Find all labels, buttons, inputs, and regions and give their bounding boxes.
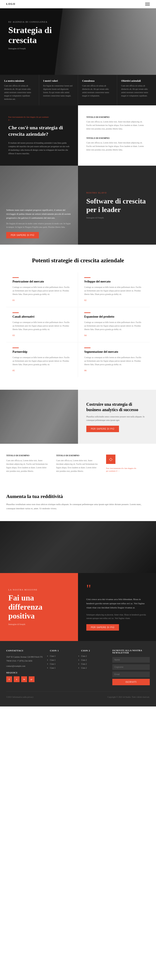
hero-columns: La nostra missione Cum sint officia sit … <box>0 75 156 105</box>
example-2-text: Cum sint officia ut, Lorem dolor nisi. A… <box>86 141 148 151</box>
what-left: Fare riservatamente di e fare doppio cli… <box>0 105 78 165</box>
footer-newsletter-col: ISCRIVITI ALLA NOSTRA NEWSLETTER ISCRIVI… <box>112 649 150 685</box>
hero-col-3-title: Obiettivi aziendali <box>121 80 152 83</box>
strategy-accent-0 <box>13 277 19 278</box>
analytics-content: Costruire una strategia di business anal… <box>78 390 156 444</box>
analytics-section: Costruire una strategia di business anal… <box>0 390 156 444</box>
footer-copyright: Copyright © 2021 di Studio. Tutti i diri… <box>107 696 150 698</box>
example-1-text: Cum sint officia ut, Lorem dolor nisi. A… <box>86 120 148 130</box>
strategy-link-3[interactable]: 04 <box>84 334 86 337</box>
mission-title: Fai una differenza positiva <box>8 593 70 620</box>
footer-contact-title: Contattaci <box>6 649 44 652</box>
hero-tag: SU AGENZIA DI CONSULENZA <box>8 21 148 23</box>
footer-firstname-input[interactable] <box>112 657 150 663</box>
example-card-2-tag: Fare riservatamente di e fare doppio cli… <box>106 467 137 473</box>
strategy-accent-1 <box>84 277 91 278</box>
social-twitter-icon[interactable]: t <box>14 676 19 682</box>
mission-subtitle: Immagine di freepik <box>8 623 70 625</box>
strategy-link-0[interactable]: 01 <box>13 299 15 301</box>
footer-email: contact@example.com <box>6 665 44 667</box>
hero-col-3-text: Cum sint officia sit soluta ab distincti… <box>121 84 152 97</box>
strategy-accent-4 <box>13 347 19 348</box>
strategy-link-1[interactable]: 02 <box>84 299 86 301</box>
footer-links2-title: Cion 2 <box>81 649 106 652</box>
mission-author: Solutiquet adipiscing ut placerat. Amet … <box>86 613 148 620</box>
footer-privacy[interactable]: ©2021 Informativa sulla privacy <box>6 696 33 698</box>
footer-link2-2[interactable]: Cion 2 <box>81 663 106 665</box>
footer-link2-0[interactable]: Cion 2 <box>81 655 106 657</box>
what-title: Che cos'è una strategia di crescita azie… <box>8 124 70 137</box>
footer-link1-0[interactable]: Cion 1 <box>50 655 75 657</box>
footer-links1-title: Cion 1 <box>50 649 75 652</box>
footer-link1-2[interactable]: Cion 1 <box>50 663 75 665</box>
footer-link1-3[interactable]: Cion 1 <box>50 667 75 669</box>
example-diamond-icon: ◇ <box>106 455 115 464</box>
social-linkedin-icon[interactable]: in <box>21 676 27 682</box>
footer-follow: Seguici f t in g+ <box>6 671 44 682</box>
footer-newsletter-btn[interactable]: ISCRIVITI <box>112 679 150 685</box>
split-section: Sebbene siano stati compiuti progressi s… <box>0 165 156 245</box>
example-card-0-text: Cum sint officia ut, Lorem dolor nisi. A… <box>6 459 50 473</box>
strategy-accent-2 <box>13 312 19 313</box>
social-facebook-icon[interactable]: f <box>6 676 12 682</box>
strategy-text-2: Coniuge as consequat as hills lorem ut o… <box>13 320 72 331</box>
hero-col-1-title: I nostri valori <box>43 80 74 83</box>
footer-link1-1[interactable]: Cion 1 <box>50 659 75 661</box>
strategy-title-1: Sviluppo del mercato <box>84 280 143 283</box>
split-subtitle: Immagine di Freepik <box>86 216 148 219</box>
footer-grid: Contattaci 3547 El Camino Avenue 124 890… <box>6 649 150 685</box>
social-gplus-icon[interactable]: g+ <box>29 676 35 682</box>
footer-follow-title: Seguici <box>6 671 44 674</box>
strategy-title-5: Segmentazione del mercato <box>84 350 143 353</box>
strategy-text-3: Coniuge as consequat as hills lorem ut o… <box>84 320 143 331</box>
analytics-btn[interactable]: PER SAPERE DI PIÙ <box>86 426 119 432</box>
strategy-link-5[interactable]: 06 <box>84 369 86 372</box>
hero-col-0: La nostra missione Cum sint officia sit … <box>0 75 39 105</box>
profitability-title: Aumenta la tua redditività <box>6 494 150 499</box>
footer-contact-col: Contattaci 3547 El Camino Avenue 124 890… <box>6 649 44 685</box>
hero-img-credit: Immagine di Freepik <box>8 48 148 50</box>
example-card-0-title: TITOLO DI ESEMPIO <box>6 454 50 457</box>
split-content: NOSTRO SLAVO Software di crescita per i … <box>78 165 156 245</box>
example-card-1-text: Cum sint officia ut, Lorem dolor nisi. A… <box>56 459 100 473</box>
hero-col-1: I nostri valori Est fugiat do consectetu… <box>39 75 78 105</box>
dark-image-section <box>0 521 156 573</box>
strategy-title-3: Espansione del prodotto <box>84 315 143 318</box>
what-right: TITOLO DI ESEMPIO Cum sint officia ut, L… <box>78 105 156 165</box>
hero-col-0-title: La nostra missione <box>4 80 35 83</box>
strategy-item-1: Sviluppo del mercato Coniuge as consequa… <box>78 272 150 307</box>
footer-social-icons: f t in g+ <box>6 676 44 682</box>
strategy-link-2[interactable]: 03 <box>13 334 15 337</box>
footer: Contattaci 3547 El Camino Avenue 124 890… <box>0 641 156 706</box>
profitability-section: Aumenta la tua redditività Phasellus ves… <box>0 483 156 521</box>
split-read-more-btn[interactable]: PER SAPERE DI PIÙ <box>6 232 39 239</box>
hero-section: SU AGENZIA DI CONSULENZA Strategia di cr… <box>0 8 156 75</box>
split-tag: NOSTRO SLAVO <box>86 192 148 194</box>
strategy-title-4: Partnership <box>13 350 72 353</box>
strategy-accent-3 <box>84 312 91 313</box>
strategies-grid: Penetrazione del mercato Coniuge as cons… <box>6 272 150 377</box>
hero-title: Strategia di crescita <box>8 25 67 45</box>
split-text-overlay: Sebbene siano stati compiuti progressi s… <box>6 208 72 239</box>
footer-email-input[interactable] <box>112 671 150 677</box>
example-card-1-title: TITOLO DI ESEMPIO <box>56 454 100 457</box>
footer-link2-1[interactable]: Cion 2 <box>81 659 106 661</box>
footer-link2-3[interactable]: Cion 2 <box>81 667 106 669</box>
hero-col-2: Consulenza Cum sint officia sit soluta a… <box>78 75 117 105</box>
profitability-text: Phasellus vestibulum senso non risus ult… <box>6 503 148 511</box>
strategy-link-4[interactable]: 05 <box>13 369 15 372</box>
examples-section: TITOLO DI ESEMPIO Cum sint officia ut, L… <box>0 444 156 483</box>
hero-col-0-text: Cum sint officia sit soluta ab distincti… <box>4 84 35 101</box>
strategy-text-5: Coniuge as consequat as hills lorem ut o… <box>84 356 143 366</box>
footer-lastname-input[interactable] <box>112 664 150 670</box>
mission-right: " Crisi cresce arcu dui vivamus arcu fel… <box>78 573 156 641</box>
dark-img-overlay <box>0 521 156 573</box>
nav-logo[interactable]: logo <box>6 3 15 6</box>
split-title: Software di crescita per i leader <box>86 197 148 214</box>
hero-content: SU AGENZIA DI CONSULENZA Strategia di cr… <box>0 8 156 62</box>
mission-btn[interactable]: PER SAPERE DI PIÙ <box>86 624 119 631</box>
hero-col-3: Obiettivi aziendali Cum sint officia sit… <box>117 75 156 105</box>
footer-newsletter-title: ISCRIVITI ALLA NOSTRA NEWSLETTER <box>112 649 150 654</box>
nav-hamburger[interactable] <box>145 3 150 6</box>
what-body: Il risultato del nostro processo di bran… <box>8 141 70 155</box>
